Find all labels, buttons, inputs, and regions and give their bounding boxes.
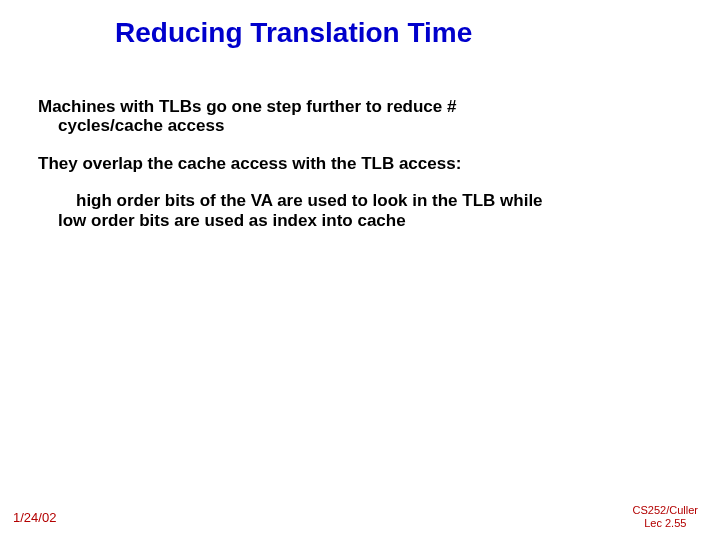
p1-line1: Machines with TLBs go one step further t… — [38, 97, 680, 117]
p1-line2: cycles/cache access — [38, 116, 680, 136]
p3-line1: high order bits of the VA are used to lo… — [38, 191, 680, 211]
slide-body: Machines with TLBs go one step further t… — [0, 49, 720, 231]
slide-title: Reducing Translation Time — [0, 0, 720, 49]
paragraph-3: high order bits of the VA are used to lo… — [38, 191, 680, 230]
paragraph-2: They overlap the cache access with the T… — [38, 154, 680, 174]
paragraph-1: Machines with TLBs go one step further t… — [38, 97, 680, 136]
footer-date: 1/24/02 — [13, 510, 56, 525]
footer-course-info: CS252/Culler Lec 2.55 — [633, 504, 698, 530]
p3-line2: low order bits are used as index into ca… — [38, 211, 680, 231]
footer-lecture: Lec 2.55 — [633, 517, 698, 530]
slide: Reducing Translation Time Machines with … — [0, 0, 720, 540]
footer-course: CS252/Culler — [633, 504, 698, 517]
